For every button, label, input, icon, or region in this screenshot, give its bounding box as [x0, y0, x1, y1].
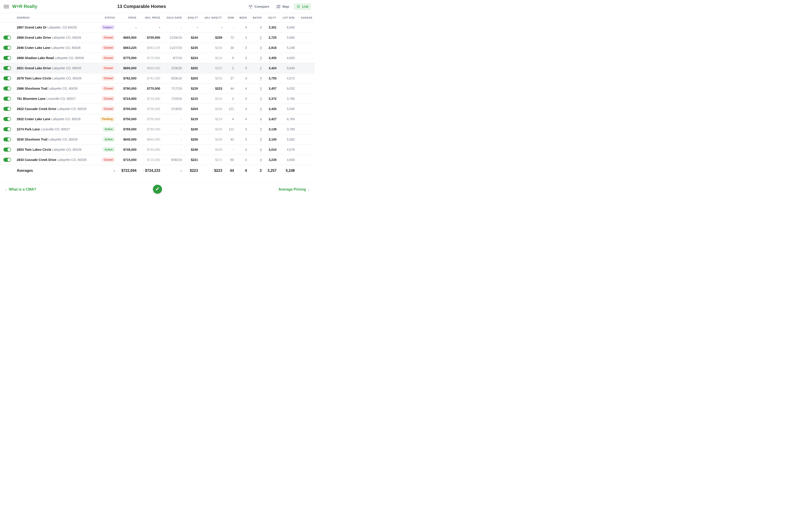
table-row[interactable]: 2878 Twin Lakes CircleLafayette CO, 8002…	[0, 73, 315, 83]
adj-price: -	[139, 22, 162, 33]
psf: $219	[184, 114, 200, 124]
include-toggle[interactable]	[3, 107, 11, 111]
adj-psf: $221	[200, 155, 224, 165]
dom: 44	[224, 83, 236, 94]
city: Louisville CO, 80027	[46, 97, 76, 101]
table-row[interactable]: 2846 Crater Lake LaneLafayette CO, 80026…	[0, 43, 315, 53]
include-toggle[interactable]	[3, 137, 11, 142]
map-button[interactable]: Map	[274, 3, 292, 10]
table-row[interactable]: 2868 Shadow Lake RoadLafayette CO, 80026…	[0, 53, 315, 63]
beds: 4	[236, 145, 249, 155]
sold-date: -	[162, 124, 184, 134]
lot: 9,032	[279, 83, 297, 94]
city: Lafayette CO, 80026	[52, 76, 81, 80]
beds: 4	[236, 83, 249, 94]
col-price[interactable]: PRICE	[117, 13, 139, 22]
table-row[interactable]: 2853 Twin Lakes CircleLafayette CO, 8002…	[0, 145, 315, 155]
lot: 5,645	[279, 63, 297, 73]
psf: $203	[184, 73, 200, 83]
col-dom[interactable]: DOM	[224, 13, 236, 22]
baths: 4	[249, 22, 264, 33]
avg-price: $722,694	[117, 165, 139, 176]
table-row[interactable]: 2868 Grand Lake DriveLafayette CO, 80026…	[0, 33, 315, 43]
avg-lot: 5,248	[279, 165, 297, 176]
street: 2868 Shadow Lake Road	[17, 56, 54, 60]
averages-row: Averages - $722,694 ↑$724,233 - $223 ↑$2…	[0, 165, 315, 176]
adj-price: $690,000	[139, 63, 162, 73]
lot: 3,780	[279, 124, 297, 134]
include-toggle[interactable]	[3, 127, 11, 131]
include-toggle[interactable]	[3, 97, 11, 101]
col-adj-price[interactable]: ADJ. PRICE	[139, 13, 162, 22]
include-toggle[interactable]	[3, 87, 11, 91]
city: Lafayette CO, 80026	[57, 107, 86, 111]
city: Lafayette CO, 80026	[51, 117, 81, 121]
include-toggle[interactable]	[3, 36, 11, 40]
map-label: Map	[282, 5, 289, 8]
street: 2868 Grand Lake Drive	[17, 36, 51, 39]
psf: $235	[184, 43, 200, 53]
dom: 121	[224, 104, 236, 114]
table-row[interactable]: 2986 Shoshone TrailLafayette CO, 80026 C…	[0, 83, 315, 94]
prev-link[interactable]: ‹ What is a CMA?	[5, 187, 36, 191]
arrow-up-icon: ↑	[213, 36, 214, 39]
price: $762,500	[117, 73, 139, 83]
col-psf[interactable]: $/SQ.FT	[184, 13, 200, 22]
col-status[interactable]: STATUS	[96, 13, 117, 22]
include-toggle[interactable]	[3, 66, 11, 70]
avg-status: -	[96, 165, 117, 176]
compare-label: Compare	[254, 5, 269, 8]
scales-icon	[249, 5, 253, 9]
include-toggle[interactable]	[3, 117, 11, 121]
include-toggle[interactable]	[3, 46, 11, 50]
status-badge: Closed	[101, 96, 115, 101]
include-toggle[interactable]	[3, 56, 11, 60]
adj-price: $750,000	[139, 114, 162, 124]
col-baths[interactable]: BATHS	[249, 13, 264, 22]
lot: 3,780	[279, 94, 297, 104]
baths: 2	[249, 63, 264, 73]
col-lot[interactable]: LOT SIZE	[279, 13, 297, 22]
table-row[interactable]: 2822 Cascade Creek DriveLafayette CO, 80…	[0, 104, 315, 114]
adj-psf: -	[200, 22, 224, 33]
menu-icon[interactable]	[4, 4, 9, 9]
lot: 5,000	[279, 104, 297, 114]
list-button[interactable]: List	[294, 3, 311, 10]
adj-psf: $224	[200, 53, 224, 63]
table-row[interactable]: 2867 Grand Lake DrLafayette, CO 80026 Su…	[0, 22, 315, 33]
table-row[interactable]: 2833 Cascade Creek DriveLafayette CO, 80…	[0, 155, 315, 165]
adj-price: $640,000	[139, 134, 162, 145]
include-toggle[interactable]	[3, 158, 11, 162]
col-address[interactable]: ADDRESS	[14, 13, 96, 22]
col-beds[interactable]: BEDS	[236, 13, 249, 22]
adj-price: ↓$770,000	[139, 83, 162, 94]
col-adj-psf[interactable]: ADJ. $/SQ.FT.	[200, 13, 224, 22]
sqft: 3,010	[264, 145, 279, 155]
avg-psf: $223	[184, 165, 200, 176]
adj-price: $769,000	[139, 124, 162, 134]
include-toggle[interactable]	[3, 76, 11, 80]
table-row[interactable]: 781 Bluestem LaneLouisville CO, 80027 Cl…	[0, 94, 315, 104]
include-toggle[interactable]	[3, 148, 11, 152]
dom: 34	[224, 43, 236, 53]
arrow-down-icon: ↓	[145, 87, 146, 90]
price: $665,900	[117, 33, 139, 43]
lot: 6,040	[279, 22, 297, 33]
beds: 3	[236, 33, 249, 43]
table-row[interactable]: 2274 Park LaneLouisville CO, 80027 Activ…	[0, 124, 315, 134]
col-sold-date[interactable]: SOLD DATE	[162, 13, 184, 22]
next-link[interactable]: Average Pricing ›	[278, 187, 309, 191]
beds: 4	[236, 114, 249, 124]
table-row[interactable]: 2821 Grand Lake DriveLafayette CO, 80026…	[0, 63, 315, 73]
compare-button[interactable]: Compare	[246, 3, 272, 10]
baths: 3	[249, 94, 264, 104]
edit-fab[interactable]	[153, 185, 162, 194]
col-garage[interactable]: GARAGE	[297, 13, 315, 22]
logo[interactable]: W+R Realty	[12, 4, 37, 9]
psf: -	[184, 22, 200, 33]
sqft: 3,457	[264, 83, 279, 94]
table-row[interactable]: 2822 Crater Lake LaneLafayette CO, 80026…	[0, 114, 315, 124]
beds: 3	[236, 134, 249, 145]
col-sqft[interactable]: SQ.FT.	[264, 13, 279, 22]
table-row[interactable]: 3030 Shoshone TrailLafayette CO, 80026 A…	[0, 134, 315, 145]
